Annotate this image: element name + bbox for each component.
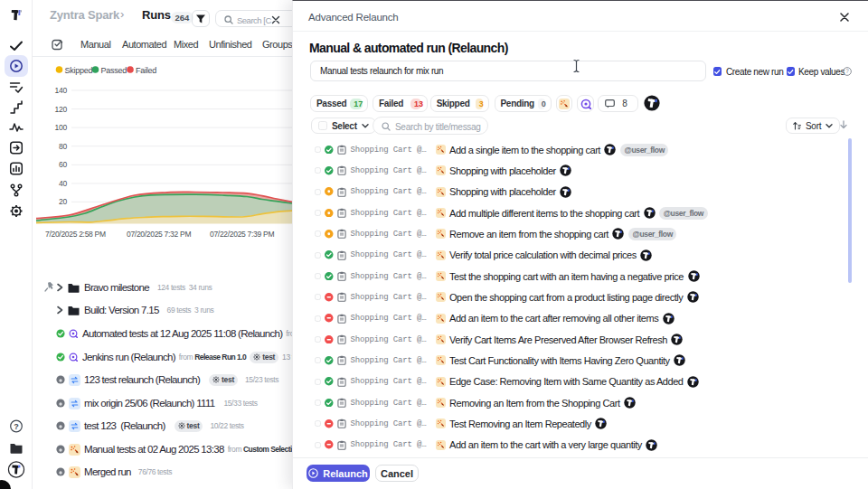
svg-text:Skipped: Skipped [65, 66, 93, 75]
svg-text:80: 80 [59, 142, 68, 151]
svg-text:120: 120 [54, 105, 67, 114]
svg-text:40: 40 [59, 179, 68, 188]
svg-text:7/20/2025 2:58 PM: 7/20/2025 2:58 PM [45, 230, 106, 239]
svg-text:?: ? [845, 68, 849, 74]
svg-text:Failed: Failed [136, 66, 156, 75]
svg-text:07/22/2025 7:39 PM: 07/22/2025 7:39 PM [210, 230, 274, 239]
svg-text:140: 140 [54, 86, 67, 95]
svg-text:100: 100 [54, 123, 67, 132]
svg-text:20: 20 [59, 197, 68, 206]
svg-text:Passed: Passed [101, 66, 127, 75]
svg-text:07/20/2025 7:32 PM: 07/20/2025 7:32 PM [127, 230, 191, 239]
svg-text:60: 60 [59, 160, 68, 169]
svg-text:?: ? [14, 422, 19, 431]
